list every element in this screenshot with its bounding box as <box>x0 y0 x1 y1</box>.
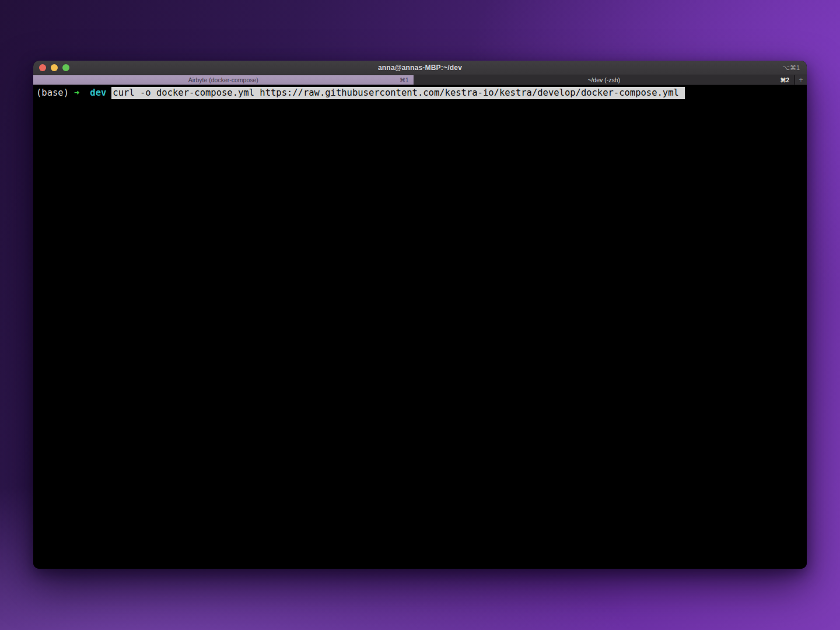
tab-shortcut-hint: ⌘2 <box>780 77 789 83</box>
tab-bar: Airbyte (docker-compose) ⌘1 ~/dev (-zsh)… <box>33 75 807 85</box>
terminal-window: anna@annas-MBP:~/dev ⌥⌘1 Airbyte (docker… <box>33 61 807 569</box>
tab-label: Airbyte (docker-compose) <box>188 76 258 83</box>
prompt-directory: dev <box>90 88 106 98</box>
zoom-button[interactable] <box>62 64 69 71</box>
prompt-line: (base)➜devcurl -o docker-compose.yml htt… <box>36 87 807 99</box>
minimize-button[interactable] <box>51 64 58 71</box>
tab-label: ~/dev (-zsh) <box>587 76 620 83</box>
conda-env-label: (base) <box>36 88 69 98</box>
highlighted-command: curl -o docker-compose.yml https://raw.g… <box>111 87 685 99</box>
prompt-arrow: ➜ <box>74 88 79 98</box>
tab-dev-zsh[interactable]: ~/dev (-zsh) ⌘2 <box>414 75 795 85</box>
traffic-lights <box>39 64 69 71</box>
tab-airbyte[interactable]: Airbyte (docker-compose) ⌘1 <box>33 75 414 85</box>
plus-icon: + <box>799 76 803 83</box>
new-tab-button[interactable]: + <box>794 75 807 85</box>
window-shortcut-hint: ⌥⌘1 <box>782 61 800 75</box>
window-title: anna@annas-MBP:~/dev <box>33 64 807 72</box>
terminal-screen[interactable]: (base)➜devcurl -o docker-compose.yml htt… <box>33 85 807 569</box>
tab-shortcut-hint: ⌘1 <box>400 77 409 83</box>
window-titlebar[interactable]: anna@annas-MBP:~/dev ⌥⌘1 <box>33 61 807 75</box>
close-button[interactable] <box>39 64 46 71</box>
